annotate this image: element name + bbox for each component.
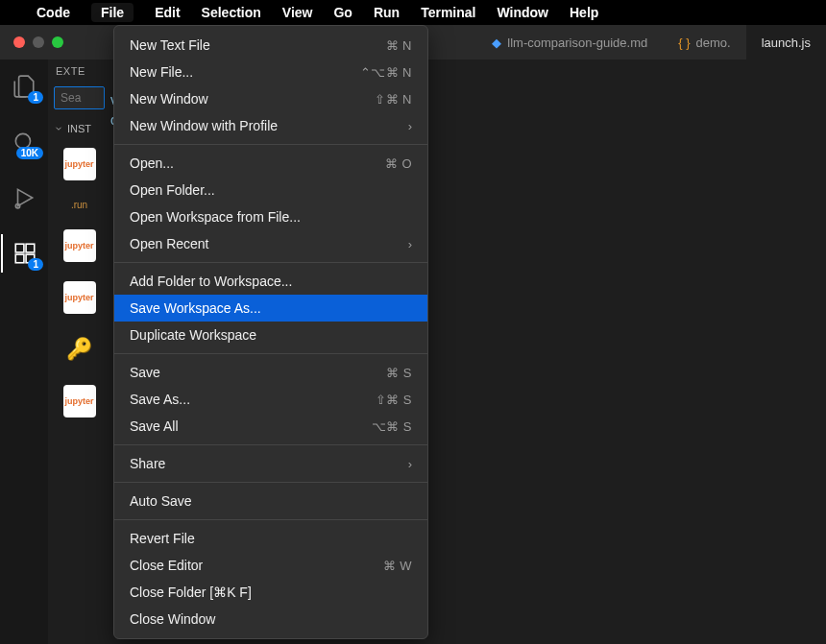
menu-label: New File... — [130, 64, 193, 80]
menu-new-text-file[interactable]: New Text File⌘ N — [114, 32, 427, 59]
menubar-item-view[interactable]: View — [282, 5, 313, 20]
svg-rect-4 — [15, 254, 24, 263]
menu-label: New Text File — [130, 37, 210, 53]
activity-extensions[interactable]: 1 — [1, 234, 47, 273]
menu-close-folder[interactable]: Close Folder [⌘K F] — [114, 579, 427, 606]
menu-close-editor[interactable]: Close Editor⌘ W — [114, 552, 427, 579]
menu-open[interactable]: Open...⌘ O — [114, 150, 427, 177]
ext-item[interactable]: 🔑 — [48, 323, 110, 375]
traffic-lights — [0, 36, 63, 48]
menu-label: Add Folder to Workspace... — [130, 274, 292, 289]
explorer-badge: 1 — [28, 91, 43, 104]
menu-add-folder-workspace[interactable]: Add Folder to Workspace... — [114, 268, 427, 295]
menu-save-as[interactable]: Save As...⇧⌘ S — [114, 386, 427, 413]
minimize-window-icon[interactable] — [33, 36, 44, 48]
activity-search[interactable]: 10K — [1, 123, 47, 161]
file-menu-dropdown: New Text File⌘ N New File...⌃⌥⌘ N New Wi… — [113, 25, 428, 639]
menu-label: Open... — [130, 155, 174, 171]
submenu-arrow-icon: › — [408, 237, 412, 251]
ext-item[interactable]: jupyter — [48, 220, 110, 272]
menu-label: New Window with Profile — [130, 118, 278, 133]
menubar-item-window[interactable]: Window — [497, 5, 548, 20]
menu-shortcut: ⌘ N — [386, 38, 413, 53]
svg-rect-2 — [15, 244, 24, 252]
menubar-item-terminal[interactable]: Terminal — [421, 5, 475, 20]
menu-shortcut: ⌥⌘ S — [372, 419, 412, 434]
app-name[interactable]: Code — [36, 5, 70, 20]
menu-shortcut: ⌘ O — [385, 156, 412, 171]
menu-new-file[interactable]: New File...⌃⌥⌘ N — [114, 59, 427, 85]
menu-open-recent[interactable]: Open Recent› — [114, 230, 427, 257]
activity-run[interactable] — [1, 179, 47, 217]
menu-label: Open Folder... — [130, 182, 215, 198]
markdown-file-icon: ◆ — [492, 36, 501, 50]
menu-new-window-profile[interactable]: New Window with Profile› — [114, 112, 427, 139]
menu-label: Save — [130, 365, 160, 380]
editor-tab-launch[interactable]: launch.js — [746, 25, 826, 60]
extensions-search-input[interactable] — [54, 86, 105, 109]
tab-label: demo. — [696, 36, 731, 50]
js-file-icon: { } — [678, 36, 690, 50]
menu-open-workspace-file[interactable]: Open Workspace from File... — [114, 203, 427, 230]
menu-shortcut: ⇧⌘ S — [376, 393, 412, 407]
menubar-item-help[interactable]: Help — [570, 5, 598, 20]
menubar-item-go[interactable]: Go — [333, 5, 352, 20]
close-window-icon[interactable] — [13, 36, 25, 48]
menu-separator — [114, 482, 427, 483]
menu-label: Open Recent — [130, 236, 209, 251]
menubar-item-file[interactable]: File — [91, 3, 134, 22]
menu-shortcut: ⇧⌘ N — [375, 92, 412, 107]
menu-separator — [114, 262, 427, 263]
menu-save-all[interactable]: Save All⌥⌘ S — [114, 413, 427, 440]
activity-explorer[interactable]: 1 — [1, 67, 47, 106]
jupyter-ext-icon: jupyter — [63, 229, 96, 262]
menu-label: Duplicate Workspace — [130, 327, 256, 343]
menu-save[interactable]: Save⌘ S — [114, 359, 427, 386]
run-ext-label: .run — [71, 200, 87, 210]
svg-rect-3 — [26, 244, 35, 252]
ext-item[interactable]: jupyter — [48, 375, 110, 427]
jupyter-ext-icon: jupyter — [63, 148, 96, 180]
key-ext-icon: 🔑 — [63, 333, 96, 366]
ext-item[interactable]: jupyter — [48, 272, 110, 323]
menu-save-workspace-as[interactable]: Save Workspace As... — [114, 295, 427, 322]
menu-revert-file[interactable]: Revert File — [114, 525, 427, 552]
menu-label: Save Workspace As... — [130, 300, 261, 316]
ext-item[interactable]: .run — [48, 190, 110, 220]
menu-label: Auto Save — [130, 493, 192, 509]
jupyter-ext-icon: jupyter — [63, 281, 96, 314]
editor-tab-demo[interactable]: { } demo. — [663, 25, 745, 60]
ext-item[interactable]: jupyter — [48, 138, 110, 190]
menubar-item-selection[interactable]: Selection — [202, 5, 261, 20]
menu-label: Save All — [130, 418, 179, 434]
zoom-window-icon[interactable] — [52, 36, 63, 48]
menu-label: Close Editor — [130, 558, 203, 573]
menu-shortcut: ⌃⌥⌘ N — [360, 65, 413, 80]
menubar-item-edit[interactable]: Edit — [155, 5, 180, 20]
menu-label: Close Window — [130, 611, 215, 627]
tab-label: launch.js — [762, 36, 811, 50]
menu-duplicate-workspace[interactable]: Duplicate Workspace — [114, 322, 427, 348]
editor-tab-llm-guide[interactable]: ◆ llm-comparison-guide.md — [476, 25, 663, 60]
menu-new-window[interactable]: New Window⇧⌘ N — [114, 85, 427, 112]
menu-separator — [114, 144, 427, 145]
submenu-arrow-icon: › — [408, 457, 412, 471]
menu-auto-save[interactable]: Auto Save — [114, 488, 427, 514]
installed-section-header[interactable]: INST — [48, 119, 110, 138]
activity-bar: 1 10K 1 — [0, 60, 48, 644]
menu-label: Save As... — [130, 392, 190, 407]
menu-label: Open Workspace from File... — [130, 209, 301, 225]
extensions-heading: EXTE — [48, 60, 110, 83]
menu-label: Revert File — [130, 531, 195, 546]
installed-label: INST — [67, 123, 91, 134]
menu-share[interactable]: Share› — [114, 450, 427, 477]
menubar-item-run[interactable]: Run — [374, 5, 400, 20]
extensions-sidebar: EXTE INST jupyter .run jupyter jupyter 🔑… — [48, 60, 110, 644]
menu-close-window[interactable]: Close Window — [114, 606, 427, 632]
menu-label: Share — [130, 456, 165, 471]
menu-label: Close Folder [⌘K F] — [130, 584, 252, 600]
menu-separator — [114, 519, 427, 520]
menu-open-folder[interactable]: Open Folder... — [114, 177, 427, 203]
menu-separator — [114, 444, 427, 445]
chevron-down-icon — [54, 124, 63, 133]
